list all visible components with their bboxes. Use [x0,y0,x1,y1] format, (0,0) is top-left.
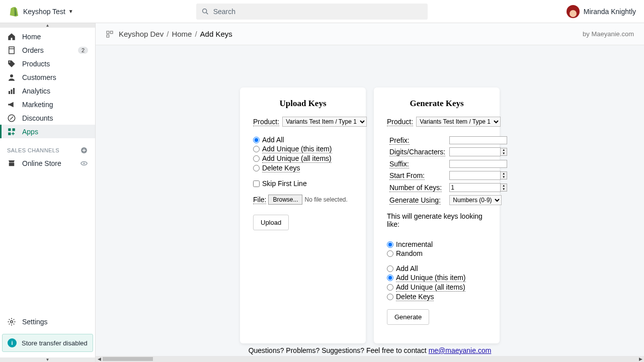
user-menu[interactable]: Miranda Knightly [567,5,636,18]
svg-rect-15 [107,31,109,34]
svg-rect-8 [8,128,11,131]
svg-point-13 [84,162,85,164]
megaphone-icon [7,100,16,109]
orders-badge: 2 [78,47,88,54]
upload-product-select[interactable]: Variants Test Item / Type 1 [282,117,367,127]
svg-rect-5 [11,89,13,94]
generate-title: Generate Keys [387,99,487,109]
tag-icon [7,59,16,68]
breadcrumb: Keyshop Dev / Home / Add Keys by Maeyani… [96,23,644,45]
scroll-thumb[interactable] [103,357,153,361]
svg-rect-10 [8,132,11,135]
sidebar-item-apps[interactable]: Apps [0,125,95,138]
sidebar-item-products[interactable]: Products [0,57,95,70]
upload-radio-unique-item[interactable]: Add Unique (this item) [253,145,353,153]
shopify-logo-icon [8,6,19,17]
upload-button[interactable]: Upload [253,215,289,230]
scroll-up-icon[interactable]: ▲ [0,23,95,28]
svg-point-3 [10,74,13,77]
gear-icon [7,317,16,326]
svg-line-1 [206,13,208,14]
horizontal-scrollbar[interactable]: ◀ ▶ [96,356,644,362]
upload-skip-first[interactable]: Skip First Line [253,179,353,188]
upload-radio-add-all[interactable]: Add All [253,136,353,144]
topbar: Keyshop Test ▼ Search Miranda Knightly [0,0,644,23]
gen-mode-incremental[interactable]: Incremental [387,240,487,248]
start-spinner[interactable]: ▲▼ [501,171,507,179]
upload-title: Upload Keys [253,99,353,109]
svg-rect-4 [9,91,10,94]
gen-radio-unique-all[interactable]: Add Unique (all items) [387,283,487,292]
search-placeholder: Search [213,8,235,16]
browse-button[interactable]: Browse... [268,195,302,205]
sidebar-item-settings[interactable]: Settings [0,313,95,331]
person-icon [7,73,16,82]
numkeys-label: Number of Keys: [389,184,442,192]
footer: Questions? Problems? Suggestions? Feel f… [96,343,644,356]
search-icon [201,8,209,16]
upload-radio-unique-all[interactable]: Add Unique (all items) [253,154,353,163]
gen-mode-random[interactable]: Random [387,249,487,257]
breadcrumb-home[interactable]: Home [172,30,192,38]
numkeys-spinner[interactable]: ▲▼ [501,184,507,192]
orders-icon [7,46,16,55]
gen-product-label: Product: [387,118,413,126]
svg-rect-6 [13,88,15,94]
gen-product-select[interactable]: Variants Test Item / Type 1 [416,117,501,127]
home-icon [7,32,16,41]
scroll-right-icon[interactable]: ▶ [637,356,644,361]
sidebar-item-analytics[interactable]: Analytics [0,84,95,98]
store-icon [7,159,16,168]
eye-icon[interactable] [80,159,88,167]
breadcrumb-app[interactable]: Keyshop Dev [119,30,164,38]
using-select[interactable]: Numbers (0-9) [449,195,502,205]
sidebar-item-discounts[interactable]: Discounts [0,111,95,125]
sidebar-item-home[interactable]: Home [0,30,95,43]
suffix-input[interactable] [449,160,507,168]
svg-rect-9 [13,128,15,131]
digits-spinner[interactable]: ▲▼ [501,148,507,156]
scroll-down-icon[interactable]: ▼ [0,357,95,362]
digits-input[interactable] [449,147,501,156]
prefix-label: Prefix: [389,136,410,145]
gen-radio-delete[interactable]: Delete Keys [387,293,487,301]
search-input[interactable]: Search [196,4,428,20]
scroll-left-icon[interactable]: ◀ [96,356,103,361]
svg-point-14 [11,321,13,323]
using-label: Generate Using: [389,196,441,205]
upload-file-label: File: [253,196,266,204]
sidebar-item-customers[interactable]: Customers [0,70,95,84]
user-name: Miranda Knightly [584,8,636,16]
avatar [567,5,580,18]
sidebar-section-channels: SALES CHANNELS [0,138,95,156]
attribution: by Maeyanie.com [583,30,634,38]
start-label: Start From: [389,171,425,180]
transfer-notice[interactable]: i Store transfer disabled [2,334,93,352]
upload-card: Upload Keys Product: Variants Test Item … [240,87,366,343]
generate-button[interactable]: Generate [387,309,429,325]
sidebar-item-online-store[interactable]: Online Store [0,156,95,170]
sidebar: ▲ Home Orders 2 Products Customers Anal [0,23,96,362]
numkeys-input[interactable] [449,183,501,192]
chart-icon [7,86,16,96]
upload-radio-delete[interactable]: Delete Keys [253,164,353,172]
svg-rect-16 [110,31,113,34]
footer-email[interactable]: me@maeyanie.com [429,346,492,354]
gen-radio-add-all[interactable]: Add All [387,264,487,273]
start-input[interactable] [449,171,501,180]
gen-radio-unique-item[interactable]: Add Unique (this item) [387,274,487,282]
digits-label: Digits/Characters: [389,148,445,156]
sidebar-item-orders[interactable]: Orders 2 [0,43,95,57]
main-area: Keyshop Dev / Home / Add Keys by Maeyani… [96,23,644,362]
no-file-text: No file selected. [304,196,347,203]
breadcrumb-current: Add Keys [200,30,232,38]
breadcrumb-app-icon [106,30,114,38]
upload-product-label: Product: [253,118,279,126]
add-channel-icon[interactable] [80,146,88,154]
store-name: Keyshop Test [23,8,65,16]
generate-card: Generate Keys Product: Variants Test Ite… [374,87,500,343]
store-switcher[interactable]: Keyshop Test ▼ [23,8,73,16]
svg-point-2 [9,61,10,62]
sidebar-item-marketing[interactable]: Marketing [0,98,95,111]
prefix-input[interactable] [449,136,507,144]
